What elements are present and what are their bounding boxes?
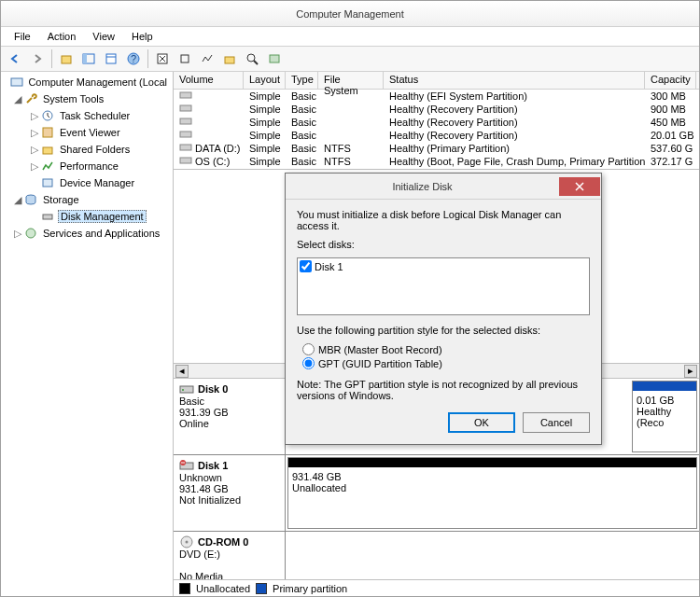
expand-icon[interactable]: ▷ bbox=[29, 127, 40, 139]
partition-unallocated[interactable]: 931.48 GBUnallocated bbox=[287, 457, 697, 529]
svg-rect-15 bbox=[43, 128, 52, 137]
volume-list[interactable]: Volume Layout Type File System Status Ca… bbox=[174, 72, 699, 170]
scroll-right-icon[interactable]: ▸ bbox=[684, 365, 697, 378]
select-disks-label: Select disks: bbox=[297, 239, 590, 250]
tree-disk-management[interactable]: Disk Management bbox=[1, 208, 173, 225]
svg-rect-2 bbox=[83, 54, 87, 63]
svg-point-33 bbox=[186, 541, 189, 544]
expand-icon[interactable]: ▷ bbox=[12, 228, 23, 240]
tree-task-scheduler[interactable]: ▷Task Scheduler bbox=[1, 107, 173, 124]
col-layout[interactable]: Layout bbox=[244, 72, 286, 89]
expand-icon[interactable]: ▷ bbox=[29, 160, 40, 173]
svg-rect-22 bbox=[180, 105, 191, 111]
svg-rect-13 bbox=[11, 78, 22, 86]
show-hide-tree-button[interactable] bbox=[78, 49, 99, 69]
menu-help[interactable]: Help bbox=[124, 29, 161, 44]
svg-text:?: ? bbox=[131, 53, 136, 64]
storage-icon bbox=[23, 192, 38, 207]
svg-rect-24 bbox=[180, 132, 191, 137]
table-header: Volume Layout Type File System Status Ca… bbox=[174, 72, 699, 90]
forward-button[interactable] bbox=[27, 49, 48, 69]
device-icon bbox=[40, 175, 55, 190]
disk-checkbox-row[interactable]: Disk 1 bbox=[300, 260, 587, 272]
table-row[interactable]: SimpleBasicHealthy (EFI System Partition… bbox=[174, 90, 699, 103]
mbr-radio-row[interactable]: MBR (Master Boot Record) bbox=[302, 343, 590, 355]
menu-view[interactable]: View bbox=[85, 29, 122, 44]
menu-action[interactable]: Action bbox=[40, 29, 84, 44]
svg-point-20 bbox=[26, 229, 35, 238]
tree-performance[interactable]: ▷Performance bbox=[1, 158, 173, 174]
col-filesystem[interactable]: File System bbox=[318, 72, 384, 89]
titlebar: Computer Management bbox=[1, 1, 699, 27]
disk-row[interactable]: Disk 1 Unknown 931.48 GB Not Initialized… bbox=[174, 455, 699, 532]
gpt-radio[interactable] bbox=[302, 357, 315, 369]
close-button[interactable] bbox=[559, 177, 600, 196]
partition-style-label: Use the following partition style for th… bbox=[297, 325, 590, 336]
toolbar: ? bbox=[1, 46, 699, 72]
gpt-radio-row[interactable]: GPT (GUID Partition Table) bbox=[302, 357, 590, 369]
disk-listbox[interactable]: Disk 1 bbox=[297, 257, 590, 315]
scroll-left-icon[interactable]: ◂ bbox=[175, 365, 189, 378]
ok-button[interactable]: OK bbox=[448, 412, 515, 433]
tree-device-manager[interactable]: Device Manager bbox=[1, 174, 173, 191]
legend-primary-swatch bbox=[256, 583, 267, 594]
tree-storage[interactable]: ◢Storage bbox=[1, 191, 173, 208]
col-volume[interactable]: Volume bbox=[174, 72, 244, 89]
computer-icon bbox=[10, 75, 23, 90]
collapse-icon[interactable]: ◢ bbox=[12, 194, 23, 206]
svg-rect-8 bbox=[181, 55, 189, 62]
folder-icon bbox=[40, 142, 55, 157]
col-status[interactable]: Status bbox=[384, 72, 645, 89]
cdrom-icon bbox=[179, 535, 194, 548]
table-row[interactable]: SimpleBasicHealthy (Recovery Partition)4… bbox=[174, 116, 699, 129]
disk-icon bbox=[40, 209, 55, 224]
cancel-button[interactable]: Cancel bbox=[523, 412, 590, 433]
services-icon bbox=[23, 226, 38, 241]
svg-rect-26 bbox=[180, 158, 191, 163]
svg-line-11 bbox=[254, 61, 258, 64]
table-row[interactable]: OS (C:)SimpleBasicNTFSHealthy (Boot, Pag… bbox=[174, 155, 699, 168]
action5-button[interactable] bbox=[264, 49, 285, 69]
action1-button[interactable] bbox=[175, 49, 195, 69]
tree-services-apps[interactable]: ▷Services and Applications bbox=[1, 225, 173, 242]
up-button[interactable] bbox=[56, 49, 77, 69]
menu-file[interactable]: File bbox=[7, 29, 38, 44]
back-button[interactable] bbox=[5, 49, 25, 69]
nav-tree[interactable]: Computer Management (Local ◢System Tools… bbox=[1, 72, 174, 596]
tree-system-tools[interactable]: ◢System Tools bbox=[1, 90, 173, 107]
tools-icon bbox=[23, 91, 38, 106]
action4-button[interactable] bbox=[242, 49, 262, 69]
dialog-title: Initialize Disk bbox=[286, 181, 559, 192]
table-row[interactable]: DATA (D:)SimpleBasicNTFSHealthy (Primary… bbox=[174, 142, 699, 155]
svg-rect-0 bbox=[62, 56, 71, 63]
partition[interactable]: 0.01 GBHealthy (Reco bbox=[632, 381, 697, 452]
legend: Unallocated Primary partition bbox=[174, 579, 699, 596]
col-capacity[interactable]: Capacity bbox=[645, 72, 696, 89]
disk-unknown-icon bbox=[179, 459, 194, 472]
col-type[interactable]: Type bbox=[286, 72, 318, 89]
action2-button[interactable] bbox=[197, 49, 217, 69]
properties-button[interactable] bbox=[101, 49, 121, 69]
collapse-icon[interactable]: ◢ bbox=[12, 93, 23, 105]
tree-event-viewer[interactable]: ▷Event Viewer bbox=[1, 124, 173, 141]
svg-point-10 bbox=[247, 54, 255, 62]
svg-rect-12 bbox=[270, 55, 279, 62]
disk1-checkbox[interactable] bbox=[300, 260, 312, 272]
refresh-button[interactable] bbox=[152, 49, 173, 69]
tree-shared-folders[interactable]: ▷Shared Folders bbox=[1, 141, 173, 158]
mbr-radio[interactable] bbox=[302, 343, 315, 355]
legend-unallocated-swatch bbox=[179, 583, 190, 594]
disk-row[interactable]: CD-ROM 0 DVD (E:) No Media bbox=[174, 532, 699, 579]
tree-root[interactable]: Computer Management (Local bbox=[1, 74, 173, 90]
event-icon bbox=[40, 125, 55, 140]
table-row[interactable]: SimpleBasicHealthy (Recovery Partition)2… bbox=[174, 129, 699, 142]
table-row[interactable]: SimpleBasicHealthy (Recovery Partition)9… bbox=[174, 103, 699, 116]
dialog-message: You must initialize a disk before Logica… bbox=[297, 209, 590, 231]
clock-icon bbox=[40, 108, 55, 123]
expand-icon[interactable]: ▷ bbox=[29, 110, 40, 122]
action3-button[interactable] bbox=[219, 49, 240, 69]
disk-icon bbox=[179, 382, 194, 396]
expand-icon[interactable]: ▷ bbox=[29, 144, 40, 156]
svg-rect-21 bbox=[180, 92, 191, 98]
help-button[interactable]: ? bbox=[123, 49, 144, 69]
